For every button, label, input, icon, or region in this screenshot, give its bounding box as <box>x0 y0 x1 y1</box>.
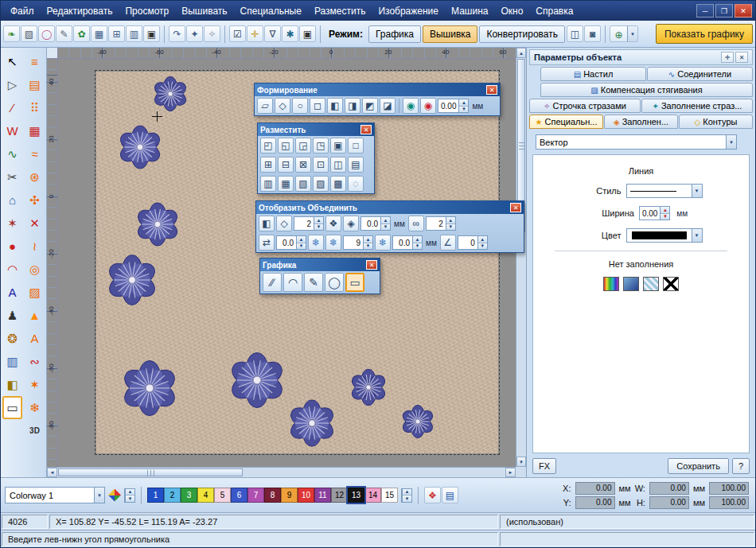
scrollbar-track[interactable] <box>244 468 505 477</box>
end-point-icon[interactable]: ◉ <box>420 98 436 114</box>
embroidered-flower[interactable] <box>122 360 177 416</box>
spinner-up-icon[interactable]: ▲ <box>381 217 390 223</box>
restore-button[interactable]: ❐ <box>715 4 733 17</box>
align-top-icon[interactable]: ⊡ <box>313 157 329 173</box>
thread-chip-7[interactable]: 7 <box>247 488 264 503</box>
rotate-icon[interactable]: ▩ <box>330 176 346 192</box>
rectangle-tool[interactable]: ▭ <box>2 396 22 419</box>
spinner-down-icon[interactable]: ▼ <box>478 243 487 250</box>
scale-x-field[interactable]: 100.00 <box>709 482 749 495</box>
convert-button[interactable]: Конвертировать <box>479 25 565 43</box>
embroidered-flower[interactable] <box>229 352 285 408</box>
angle-icon[interactable]: ∠ <box>440 235 456 251</box>
spinner-down-icon[interactable]: ▼ <box>661 213 669 220</box>
horizontal-scrollbar-thumb[interactable] <box>58 468 243 476</box>
wave-stitch-tool[interactable]: ≈ <box>25 142 45 165</box>
reshape-circle-icon[interactable]: ○ <box>292 98 308 114</box>
forming-toolbar-titlebar[interactable]: Формирование ✕ <box>255 84 500 96</box>
shape-pen-icon[interactable]: ✎ <box>304 273 323 292</box>
help-button[interactable]: ? <box>732 458 750 474</box>
spinner-down-icon[interactable]: ▼ <box>403 495 411 502</box>
menu-item[interactable]: Изображение <box>372 2 445 20</box>
fx-button[interactable]: FX <box>532 458 556 474</box>
scale-y-field[interactable]: 100.00 <box>709 496 749 509</box>
fade-in-icon[interactable]: ❖ <box>325 216 341 231</box>
corner-node-icon[interactable]: ◩ <box>362 98 378 114</box>
ellipse-icon[interactable]: ◯ <box>325 273 344 292</box>
polyline-icon[interactable]: ✦ <box>186 25 203 42</box>
align-right-icon[interactable]: ⊠ <box>295 157 311 173</box>
save-button[interactable]: Сохранить <box>668 458 729 474</box>
mirror-v-icon[interactable]: ◨ <box>345 98 360 114</box>
space-v-icon[interactable]: ▦ <box>278 176 294 192</box>
palette-spinner[interactable]: ▲▼ <box>401 488 412 503</box>
tab-nastil[interactable]: ▤ Настил <box>540 67 646 81</box>
merge-offset-spinner[interactable]: 0.0▲▼ <box>360 216 391 231</box>
leaf-icon[interactable]: ❧ <box>3 25 20 42</box>
node-edit-icon[interactable]: ✧ <box>204 25 220 42</box>
reshape-skew-icon[interactable]: ▱ <box>257 98 273 114</box>
spinner-down-icon[interactable]: ▼ <box>413 243 422 250</box>
design-canvas[interactable]: -80-60-40-200204060 40200-20-40-60-80 Фо… <box>47 48 526 477</box>
menu-item[interactable]: Просмотр <box>119 2 175 20</box>
arch-tool[interactable]: ◠ <box>2 258 22 281</box>
reshape-tool[interactable]: ▷ <box>2 73 22 96</box>
checkbox-icon[interactable]: ☑ <box>229 25 246 42</box>
reshape-square-icon[interactable]: ◻ <box>310 98 325 114</box>
satin-stitch-tool[interactable]: ▤ <box>25 73 45 96</box>
menu-item[interactable]: Справка <box>529 2 579 20</box>
vector-type-select[interactable]: Вектор ▼ <box>536 134 737 150</box>
pattern-fill-swatch[interactable] <box>643 277 659 291</box>
close-icon[interactable]: ✕ <box>360 125 372 134</box>
cross-stitch-tool[interactable]: ✕ <box>25 212 45 235</box>
spinner-down-icon[interactable]: ▼ <box>126 495 134 502</box>
tab-fill[interactable]: ◈ Заполнен... <box>604 115 678 129</box>
same-height-icon[interactable]: ▨ <box>313 176 329 192</box>
contour-outline-icon[interactable]: ◇ <box>276 216 292 231</box>
w-field[interactable]: 0.00 <box>649 482 689 495</box>
pin-icon[interactable]: ✛ <box>721 52 734 63</box>
merge-toolbar[interactable]: Отобразить Объединить ✕ ◧ ◇ 2▲▼ ❖ ◈ 0.0▲… <box>255 200 524 253</box>
arrange-toolbar-titlebar[interactable]: Разместить ✕ <box>258 123 374 136</box>
spinner-up-icon[interactable]: ▲ <box>297 236 306 243</box>
group-icon[interactable]: ◰ <box>260 138 276 154</box>
ellipse-outline-icon[interactable]: ◯ <box>38 25 55 42</box>
hoop-selector[interactable]: ⊕ ▼ <box>610 25 638 42</box>
thread-chip-12[interactable]: 12 <box>331 488 348 503</box>
knife-tool[interactable]: ✂ <box>2 165 22 188</box>
thread-chip-9[interactable]: 9 <box>281 488 298 503</box>
embroidery-mode-button[interactable]: Вышивка <box>423 25 478 43</box>
close-icon[interactable]: ✕ <box>366 260 377 270</box>
thread-chip-14[interactable]: 14 <box>364 488 381 503</box>
grid-icon[interactable]: ▦ <box>91 25 107 42</box>
embroidered-flower[interactable] <box>135 202 180 247</box>
arc-icon[interactable]: ◠ <box>283 273 302 292</box>
embroidered-flower[interactable] <box>349 368 388 406</box>
spinner-down-icon[interactable]: ▼ <box>381 223 390 231</box>
menu-item[interactable]: Окно <box>494 2 529 20</box>
offset-icon[interactable]: ⇄ <box>259 235 275 251</box>
thread-chip-2[interactable]: 2 <box>164 488 181 503</box>
gradient-fill-icon[interactable]: ◧ <box>259 216 275 231</box>
spinner-up-icon[interactable]: ▲ <box>314 217 323 223</box>
arrange-toolbar[interactable]: Разместить ✕ ◰◱◲◳▣□⊞⊟⊠⊡◫▤▥▦▧▨▩◌ <box>257 122 375 194</box>
same-width-icon[interactable]: ▧ <box>295 176 311 192</box>
scribble-stitch-tool[interactable]: ∾ <box>25 350 45 373</box>
spinner-down-icon[interactable]: ▼ <box>459 106 468 113</box>
scroll-right-icon[interactable]: ► <box>505 468 516 477</box>
rectangle-icon[interactable]: ▭ <box>345 273 364 292</box>
run-stitch-tool[interactable]: ≡ <box>25 50 45 73</box>
align-middle-icon[interactable]: ◫ <box>330 157 346 173</box>
align-left-icon[interactable]: ⊞ <box>260 157 276 173</box>
dropdown-arrow-icon[interactable]: ▼ <box>94 488 104 503</box>
horizontal-scrollbar[interactable]: ◄ ► <box>47 467 516 477</box>
thread-chip-11[interactable]: 11 <box>314 488 331 503</box>
line-width-spinner[interactable]: 0.00▲▼ <box>639 206 670 220</box>
graphics-toolbar[interactable]: Графика ✕ ∕∕◠✎◯▭ <box>259 258 380 294</box>
thread-chip-10[interactable]: 10 <box>298 488 314 503</box>
grid-stitch-tool[interactable]: ▦ <box>25 119 45 142</box>
colorway-spinner[interactable]: ▲▼ <box>124 488 135 503</box>
measure-tool[interactable]: ∕ <box>2 96 22 119</box>
menu-item[interactable]: Вышивать <box>175 2 233 20</box>
gradient-fill-swatch[interactable] <box>623 277 639 291</box>
